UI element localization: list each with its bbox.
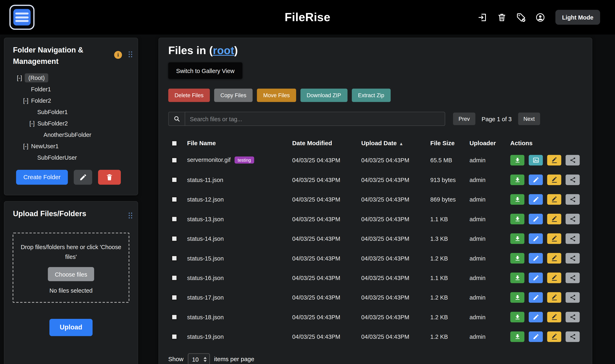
file-name[interactable]: status-14.json xyxy=(187,235,224,242)
trash-icon[interactable] xyxy=(497,13,507,22)
share-button[interactable] xyxy=(566,292,580,303)
row-checkbox[interactable] xyxy=(171,216,177,222)
rename-button[interactable] xyxy=(547,331,561,342)
folder-label[interactable]: NewUser1 xyxy=(31,143,59,149)
share-button[interactable] xyxy=(566,272,580,283)
tree-toggle-icon[interactable]: [-] xyxy=(17,74,22,81)
items-per-page-select[interactable]: 10 xyxy=(188,353,210,364)
prev-page-button[interactable]: Prev xyxy=(453,112,475,125)
file-name[interactable]: status-12.json xyxy=(187,196,224,203)
tag-icon[interactable] xyxy=(516,13,526,22)
upload-button[interactable]: Upload xyxy=(49,319,92,336)
share-button[interactable] xyxy=(566,194,580,205)
download-zip-button[interactable]: Download ZIP xyxy=(300,89,347,102)
edit-button[interactable] xyxy=(529,253,543,263)
col-file-size[interactable]: File Size xyxy=(426,140,466,147)
col-file-name[interactable]: File Name xyxy=(183,140,288,147)
folder-label[interactable]: Folder2 xyxy=(31,97,51,104)
tree-toggle-icon[interactable]: [-] xyxy=(23,143,28,149)
row-checkbox[interactable] xyxy=(171,177,177,182)
row-checkbox[interactable] xyxy=(171,314,177,320)
share-button[interactable] xyxy=(566,312,580,322)
switch-gallery-button[interactable]: Switch to Gallery View xyxy=(168,63,242,79)
info-icon[interactable]: i xyxy=(114,51,122,59)
light-mode-button[interactable]: Light Mode xyxy=(555,10,600,25)
folder-tree-item[interactable]: [-] SubFolder2 xyxy=(13,118,134,129)
delete-files-button[interactable]: Delete Files xyxy=(168,89,210,102)
share-button[interactable] xyxy=(566,174,580,185)
edit-button[interactable] xyxy=(529,312,543,322)
rename-button[interactable] xyxy=(547,312,561,322)
edit-button[interactable] xyxy=(529,194,543,205)
rename-button[interactable] xyxy=(547,155,561,165)
folder-label[interactable]: SubFolder1 xyxy=(37,109,68,115)
filerise-logo-icon[interactable] xyxy=(9,5,34,30)
folder-label[interactable]: (Root) xyxy=(25,73,48,82)
row-checkbox[interactable] xyxy=(171,255,177,261)
extract-zip-button[interactable]: Extract Zip xyxy=(352,89,391,102)
share-button[interactable] xyxy=(566,214,580,224)
download-button[interactable] xyxy=(510,194,524,205)
delete-folder-button[interactable] xyxy=(98,170,121,185)
share-button[interactable] xyxy=(566,233,580,244)
folder-label[interactable]: AnotherSubFolder xyxy=(43,131,91,138)
file-name[interactable]: status-17.json xyxy=(187,294,224,300)
folder-tree-item[interactable]: [-] NewUser1 xyxy=(13,140,134,152)
download-button[interactable] xyxy=(510,312,524,322)
share-button[interactable] xyxy=(566,253,580,263)
edit-button[interactable] xyxy=(529,292,543,303)
edit-button[interactable] xyxy=(529,331,543,342)
user-account-icon[interactable] xyxy=(536,13,545,22)
tree-toggle-icon[interactable]: [-] xyxy=(23,97,28,104)
rename-button[interactable] xyxy=(547,214,561,224)
root-folder-link[interactable]: root xyxy=(213,44,234,56)
folder-tree-item[interactable]: SubFolderUser xyxy=(13,152,134,163)
col-date-modified[interactable]: Date Modified xyxy=(288,140,357,147)
share-button[interactable] xyxy=(566,155,580,165)
share-button[interactable] xyxy=(566,331,580,342)
row-checkbox[interactable] xyxy=(171,157,177,163)
search-input[interactable] xyxy=(185,112,445,126)
folder-label[interactable]: SubFolderUser xyxy=(37,154,77,161)
row-checkbox[interactable] xyxy=(171,235,177,241)
row-checkbox[interactable] xyxy=(171,334,177,339)
file-name[interactable]: servermonitor.gif xyxy=(187,156,231,163)
tree-toggle-icon[interactable]: [-] xyxy=(29,120,35,127)
logout-icon[interactable] xyxy=(478,13,487,22)
file-name[interactable]: status-13.json xyxy=(187,216,224,222)
file-name[interactable]: status-15.json xyxy=(187,255,224,261)
rename-button[interactable] xyxy=(547,194,561,205)
folder-tree-item[interactable]: Folder1 xyxy=(13,84,134,95)
folder-label[interactable]: Folder1 xyxy=(31,86,51,92)
file-name[interactable]: status-18.json xyxy=(187,313,224,320)
folder-tree-item[interactable]: [-] Folder2 xyxy=(13,95,134,106)
next-page-button[interactable]: Next xyxy=(518,112,540,125)
download-button[interactable] xyxy=(510,272,524,283)
select-all-checkbox[interactable] xyxy=(171,140,177,146)
download-button[interactable] xyxy=(510,233,524,244)
rename-button[interactable] xyxy=(547,292,561,303)
folder-tree-item[interactable]: [-] (Root) xyxy=(13,72,134,84)
file-dropzone[interactable]: Drop files/folders here or click 'Choose… xyxy=(13,233,130,303)
folder-tree-item[interactable]: SubFolder1 xyxy=(13,106,134,118)
rename-button[interactable] xyxy=(547,174,561,185)
folder-label[interactable]: SubFolder2 xyxy=(38,120,68,127)
rename-button[interactable] xyxy=(547,253,561,263)
edit-button[interactable] xyxy=(529,233,543,244)
drag-handle-icon[interactable] xyxy=(129,212,130,214)
download-button[interactable] xyxy=(510,292,524,303)
rename-folder-button[interactable] xyxy=(74,170,92,185)
create-folder-button[interactable]: Create Folder xyxy=(16,170,68,185)
download-button[interactable] xyxy=(510,331,524,342)
file-name[interactable]: status-11.json xyxy=(187,176,223,183)
copy-files-button[interactable]: Copy Files xyxy=(214,89,253,102)
col-uploader[interactable]: Uploader xyxy=(466,140,506,147)
rename-button[interactable] xyxy=(547,272,561,283)
rename-button[interactable] xyxy=(547,233,561,244)
download-button[interactable] xyxy=(510,174,524,185)
preview-button[interactable] xyxy=(529,155,543,165)
file-name[interactable]: status-19.json xyxy=(187,333,224,340)
file-name[interactable]: status-16.json xyxy=(187,274,224,281)
row-checkbox[interactable] xyxy=(171,196,177,202)
edit-button[interactable] xyxy=(529,272,543,283)
